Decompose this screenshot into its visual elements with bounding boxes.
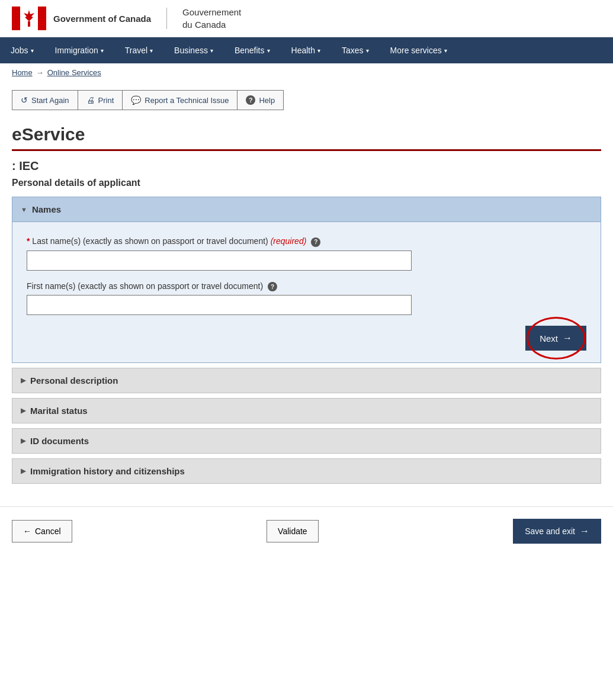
gov-name-en: Government of Canada bbox=[53, 12, 151, 25]
first-name-form-group: First name(s) (exactly as shown on passp… bbox=[27, 281, 586, 316]
svg-rect-2 bbox=[38, 7, 46, 30]
flag-logo: Government of Canada Gouvernementdu Cana… bbox=[12, 6, 241, 31]
marital-status-label: Marital status bbox=[30, 406, 88, 416]
next-button-label: Next bbox=[540, 333, 558, 343]
names-accordion-label: Names bbox=[32, 204, 61, 214]
breadcrumb: Home → Online Services bbox=[0, 63, 613, 82]
required-star: * bbox=[27, 236, 32, 246]
page-content: eService : IEC Personal details of appli… bbox=[0, 124, 613, 500]
marital-status-header[interactable]: ▶ Marital status bbox=[12, 398, 601, 423]
validate-button-label: Validate bbox=[278, 526, 307, 536]
names-accordion-header[interactable]: ▼ Names bbox=[12, 197, 601, 222]
nav-item-more-services[interactable]: More services ▾ bbox=[380, 37, 458, 63]
breadcrumb-arrow: → bbox=[36, 68, 44, 77]
nav-item-immigration[interactable]: Immigration ▾ bbox=[44, 37, 114, 63]
first-name-input[interactable] bbox=[27, 295, 412, 315]
last-name-form-group: * Last name(s) (exactly as shown on pass… bbox=[27, 236, 586, 271]
cancel-button[interactable]: ← Cancel bbox=[12, 520, 72, 542]
help-circle-icon: ? bbox=[246, 95, 255, 105]
next-button-wrapper: Next → bbox=[525, 326, 586, 351]
names-collapse-icon: ▼ bbox=[21, 206, 27, 213]
next-button[interactable]: Next → bbox=[525, 326, 586, 351]
benefits-dropdown-icon: ▾ bbox=[267, 47, 270, 54]
last-name-help-icon[interactable]: ? bbox=[311, 237, 320, 247]
last-name-label: * Last name(s) (exactly as shown on pass… bbox=[27, 236, 586, 247]
breadcrumb-home[interactable]: Home bbox=[12, 68, 33, 77]
id-documents-expand-icon: ▶ bbox=[21, 437, 25, 445]
marital-status-expand-icon: ▶ bbox=[21, 407, 25, 415]
personal-description-accordion: ▶ Personal description bbox=[12, 368, 601, 393]
travel-dropdown-icon: ▾ bbox=[150, 47, 153, 54]
validate-button[interactable]: Validate bbox=[267, 520, 319, 542]
nav-item-taxes[interactable]: Taxes ▾ bbox=[331, 37, 380, 63]
nav-item-benefits[interactable]: Benefits ▾ bbox=[224, 37, 281, 63]
svg-rect-3 bbox=[28, 21, 30, 27]
personal-description-header[interactable]: ▶ Personal description bbox=[12, 368, 601, 393]
report-issue-button[interactable]: 💬 Report a Technical Issue bbox=[123, 90, 238, 110]
nav-item-business[interactable]: Business ▾ bbox=[163, 37, 224, 63]
names-accordion: ▼ Names * Last name(s) (exactly as shown… bbox=[12, 197, 601, 363]
print-button[interactable]: 🖨 Print bbox=[78, 90, 123, 110]
personal-description-label: Personal description bbox=[30, 375, 118, 386]
footer-bar: ← Cancel Validate Save and exit → bbox=[0, 506, 613, 555]
print-icon: 🖨 bbox=[86, 95, 95, 105]
first-name-label-text: First name(s) (exactly as shown on passp… bbox=[27, 281, 263, 291]
site-header: Government of Canada Gouvernementdu Cana… bbox=[0, 0, 613, 37]
cancel-arrow-icon: ← bbox=[23, 526, 31, 536]
jobs-dropdown-icon: ▾ bbox=[31, 47, 34, 54]
taxes-dropdown-icon: ▾ bbox=[366, 47, 369, 54]
nav-item-travel[interactable]: Travel ▾ bbox=[114, 37, 163, 63]
save-exit-button-label: Save and exit bbox=[525, 526, 575, 536]
last-name-input[interactable] bbox=[27, 251, 412, 271]
id-documents-accordion: ▶ ID documents bbox=[12, 428, 601, 454]
immigration-history-expand-icon: ▶ bbox=[21, 467, 25, 475]
names-accordion-body: * Last name(s) (exactly as shown on pass… bbox=[12, 222, 601, 363]
first-name-help-icon[interactable]: ? bbox=[268, 282, 277, 291]
immigration-dropdown-icon: ▾ bbox=[101, 47, 104, 54]
immigration-history-accordion: ▶ Immigration history and citizenships bbox=[12, 458, 601, 484]
immigration-history-header[interactable]: ▶ Immigration history and citizenships bbox=[12, 458, 601, 484]
next-arrow-icon: → bbox=[563, 333, 572, 343]
gov-name-fr: Gouvernementdu Canada bbox=[182, 6, 241, 31]
section-title: : IEC bbox=[12, 159, 601, 173]
id-documents-header[interactable]: ▶ ID documents bbox=[12, 428, 601, 454]
next-button-area: Next → bbox=[27, 326, 586, 351]
svg-rect-0 bbox=[12, 7, 20, 30]
sub-section-title: Personal details of applicant bbox=[12, 178, 601, 188]
save-exit-arrow-icon: → bbox=[580, 526, 589, 537]
personal-description-expand-icon: ▶ bbox=[21, 377, 25, 384]
first-name-label: First name(s) (exactly as shown on passp… bbox=[27, 281, 586, 292]
main-nav: Jobs ▾ Immigration ▾ Travel ▾ Business ▾… bbox=[0, 37, 613, 63]
nav-item-health[interactable]: Health ▾ bbox=[281, 37, 331, 63]
toolbar: ↺ Start Again 🖨 Print 💬 Report a Technic… bbox=[0, 82, 613, 118]
immigration-history-label: Immigration history and citizenships bbox=[30, 466, 185, 476]
last-name-label-text: Last name(s) (exactly as shown on passpo… bbox=[32, 236, 268, 246]
cancel-button-label: Cancel bbox=[35, 526, 61, 536]
business-dropdown-icon: ▾ bbox=[210, 47, 213, 54]
start-again-button[interactable]: ↺ Start Again bbox=[12, 90, 78, 110]
nav-item-jobs[interactable]: Jobs ▾ bbox=[0, 37, 44, 63]
canada-flag-icon bbox=[12, 7, 46, 30]
breadcrumb-current: Online Services bbox=[47, 68, 101, 77]
marital-status-accordion: ▶ Marital status bbox=[12, 398, 601, 423]
chat-icon: 💬 bbox=[131, 95, 141, 105]
refresh-icon: ↺ bbox=[21, 95, 28, 105]
save-exit-button[interactable]: Save and exit → bbox=[513, 519, 601, 544]
last-name-required-text: (required) bbox=[271, 236, 307, 246]
page-title: eService bbox=[12, 124, 601, 151]
help-button[interactable]: ? Help bbox=[238, 90, 284, 110]
gov-name-separator bbox=[166, 8, 167, 29]
more-services-dropdown-icon: ▾ bbox=[444, 47, 447, 54]
health-dropdown-icon: ▾ bbox=[317, 47, 320, 54]
id-documents-label: ID documents bbox=[30, 436, 89, 446]
